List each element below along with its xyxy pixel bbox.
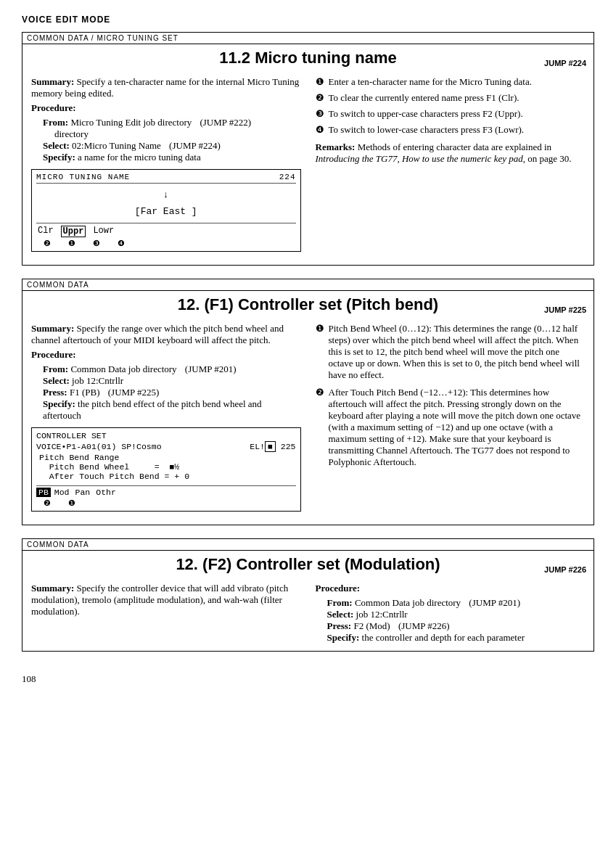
remarks-label: Remarks:	[316, 141, 356, 152]
pb-from-row: From: Common Data job directory (JUMP #2…	[43, 364, 301, 375]
section-modulation-title-bar: 12. (F2) Controller set (Modulation) JUM…	[22, 551, 594, 577]
pb-summary-label: Summary:	[31, 323, 74, 334]
mod-specify-text: the controller and depth for each parame…	[362, 632, 525, 643]
from-jump: (JUMP #222)	[200, 117, 251, 128]
section-modulation-body: Summary: Specify the controller device t…	[22, 577, 594, 651]
select-row: Select: 02:Micro Tuning Name (JUMP #224)	[43, 140, 301, 152]
right-item-3-text: To switch to upper-case characters press…	[329, 108, 523, 120]
down-arrow-icon: ↓	[163, 189, 169, 200]
sc-body: Pitch Bend Range Pitch Bend Wheel = ■½ A…	[36, 451, 296, 483]
sc-header-label: CONTROLLER SET	[36, 431, 107, 440]
mod-select-row: Select: job 12:Cntrllr	[327, 609, 586, 620]
pb-press-text: F1 (PB)	[70, 387, 100, 398]
section-pitch-bend-body: Summary: Specify the range over which th…	[22, 317, 594, 525]
section-pitch-bend-jump: JUMP #225	[544, 305, 586, 314]
screen-header-row: MICRO TUNING NAME 224	[36, 173, 296, 184]
mod-specify-label: Specify:	[327, 632, 360, 643]
from-row: From: Micro Tuning Edit job directory (J…	[43, 117, 301, 128]
remarks-text1: Methods of entering character data are e…	[358, 141, 551, 152]
micro-tuning-right: ❶ Enter a ten-character name for the Mic…	[316, 76, 586, 258]
mod-procedure-label: Procedure:	[316, 583, 586, 594]
section-pitch-bend-header: COMMON DATA	[22, 279, 594, 291]
remarks-section: Remarks: Methods of entering character d…	[316, 141, 586, 165]
pb-press-label: Press:	[43, 387, 67, 398]
sc-line2: Pitch Bend Range	[39, 453, 293, 462]
pb-select-label: Select:	[43, 375, 70, 386]
bar-lowr: Lowr	[91, 226, 115, 237]
num-circle-4: ❹	[316, 124, 324, 136]
screen-markers: ❷ ❶ ❸ ❹	[36, 239, 296, 248]
sc-bar-othr: Othr	[94, 488, 118, 497]
sc-bar-mod: Mod	[52, 488, 72, 497]
right-item-3: ❸ To switch to upper-case characters pre…	[316, 108, 586, 120]
sc-marker-1: ❶	[68, 498, 75, 508]
right-item-1: ❶ Enter a ten-character name for the Mic…	[316, 76, 586, 88]
marker-2: ❷	[44, 239, 51, 248]
section-modulation: COMMON DATA 12. (F2) Controller set (Mod…	[22, 538, 594, 652]
sc-bar-pb: PB	[36, 488, 51, 497]
pb-specify-text: the pitch bend effect of the pitch bend …	[43, 398, 262, 421]
section-micro-tuning-header: COMMON DATA / MICRO TUNING SET	[22, 33, 594, 44]
mod-select-label: Select:	[327, 609, 354, 620]
sc-line3: Pitch Bend Wheel = ■½	[39, 462, 293, 472]
summary-label: Summary:	[31, 76, 74, 87]
section-modulation-jump: JUMP #226	[544, 565, 586, 574]
pb-num-2: ❷	[316, 387, 324, 398]
section-pitch-bend-label: COMMON DATA	[27, 281, 89, 289]
section-modulation-title: 12. (F2) Controller set (Modulation)	[176, 555, 440, 574]
sc-edit-label: EL!■ 225	[250, 442, 295, 451]
sc-markers: ❷ ❶	[36, 498, 296, 508]
bar-uppr: Uppr	[61, 226, 86, 237]
remarks-italic: Introducing the TG77, How to use the num…	[316, 153, 525, 164]
page-header: VOICE EDIT MODE	[22, 15, 594, 25]
pb-right-item-2: ❷ After Touch Pitch Bend (−12…+12): This…	[316, 387, 586, 468]
bar-clr: Clr	[36, 226, 55, 237]
pb-press-row: Press: F1 (PB) (JUMP #225)	[43, 387, 301, 398]
section-modulation-label: COMMON DATA	[27, 541, 89, 549]
pb-from-label: From:	[43, 364, 68, 374]
section-micro-tuning: COMMON DATA / MICRO TUNING SET 11.2 Micr…	[22, 32, 594, 266]
pb-num-1: ❶	[316, 323, 324, 334]
marker-1: ❶	[68, 239, 75, 248]
right-item-2-text: To clear the currently entered name pres…	[329, 92, 520, 104]
right-item-2: ❷ To clear the currently entered name pr…	[316, 92, 586, 104]
select-text: 02:Micro Tuning Name	[72, 140, 161, 151]
pb-from-text: Common Data job directory	[70, 364, 176, 374]
pb-right-item-2-text: After Touch Pitch Bend (−12…+12): This d…	[329, 387, 586, 468]
sc-header-row: CONTROLLER SET	[36, 431, 296, 440]
pb-specify-label: Specify:	[43, 398, 75, 409]
screen-display: [Far East ]	[36, 203, 296, 220]
num-circle-3: ❸	[316, 108, 324, 120]
section-micro-tuning-label: COMMON DATA / MICRO TUNING SET	[27, 34, 178, 42]
section-pitch-bend-title: 12. (F1) Controller set (Pitch bend)	[178, 295, 438, 314]
remarks-text2: on page 30.	[527, 153, 571, 164]
section-pitch-bend-title-bar: 12. (F1) Controller set (Pitch bend) JUM…	[22, 291, 594, 317]
pb-press-jump: (JUMP #225)	[108, 387, 160, 398]
specify-row: Specify: a name for the micro tuning dat…	[43, 152, 301, 163]
pb-procedure-label: Procedure:	[31, 349, 301, 361]
select-jump: (JUMP #224)	[169, 140, 221, 151]
pb-specify-row: Specify: the pitch bend effect of the pi…	[43, 398, 301, 422]
section-micro-tuning-title: 11.2 Micro tuning name	[219, 49, 397, 67]
mod-select-text: job 12:Cntrllr	[356, 609, 408, 620]
mod-specify-row: Specify: the controller and depth for ea…	[327, 632, 586, 644]
right-item-1-text: Enter a ten-character name for the Micro…	[329, 76, 532, 88]
pb-select-row: Select: job 12:Cntrllr	[43, 375, 301, 387]
mod-press-row: Press: F2 (Mod) (JUMP #226)	[327, 620, 586, 632]
mod-press-label: Press:	[327, 620, 352, 631]
sc-marker-2: ❷	[44, 498, 51, 508]
from-text: Micro Tuning Edit job directory	[70, 117, 192, 128]
pb-right-item-1-text: Pitch Bend Wheel (0…12): This determines…	[329, 323, 586, 381]
mod-summary-label: Summary:	[31, 583, 74, 594]
sc-title-row: VOICE•P1-A01(01) SP!Cosmo EL!■ 225	[36, 442, 296, 451]
mod-from-label: From:	[327, 597, 353, 608]
section-micro-tuning-jump: JUMP #224	[544, 59, 586, 67]
micro-tuning-left: Summary: Specify a ten-character name fo…	[31, 76, 301, 258]
sc-bar-pan: Pan	[73, 488, 93, 497]
modulation-right: Procedure: From: Common Data job directo…	[316, 583, 586, 644]
from-label: From:	[43, 117, 68, 128]
screen-bottom-bar: Clr Uppr Lowr	[36, 223, 296, 237]
page-number: 108	[22, 673, 594, 685]
marker-3: ❸	[93, 239, 100, 248]
controller-screen: CONTROLLER SET VOICE•P1-A01(01) SP!Cosmo…	[31, 427, 301, 512]
